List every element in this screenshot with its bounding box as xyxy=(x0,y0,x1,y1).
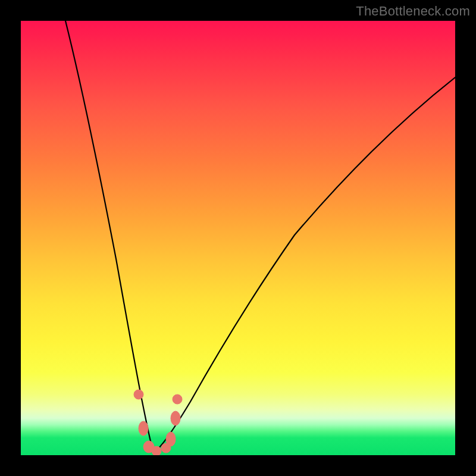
marker-dot xyxy=(171,411,180,425)
marker-dot xyxy=(152,446,161,455)
curve-left-branch xyxy=(65,21,154,453)
plot-area xyxy=(21,21,455,455)
outer-frame: TheBottleneck.com xyxy=(0,0,476,476)
marker-dot xyxy=(139,421,148,436)
marker-group xyxy=(134,390,182,455)
bottleneck-curve xyxy=(21,21,455,455)
marker-dot xyxy=(134,390,143,399)
marker-dot xyxy=(166,432,176,446)
curve-right-branch xyxy=(154,77,455,453)
marker-dot xyxy=(173,394,182,404)
watermark-text: TheBottleneck.com xyxy=(356,4,470,19)
